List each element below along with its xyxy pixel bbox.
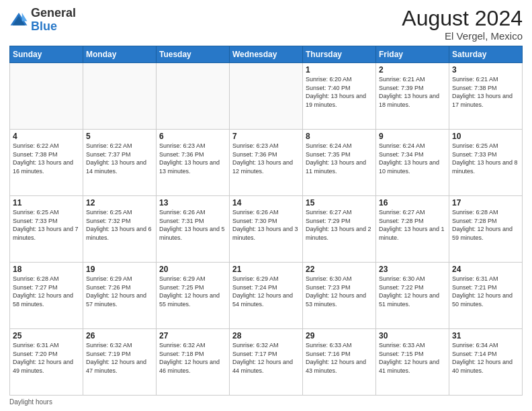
calendar-cell: 26Sunrise: 6:32 AM Sunset: 7:19 PM Dayli… [83, 329, 157, 396]
day-info: Sunrise: 6:23 AM Sunset: 7:36 PM Dayligh… [159, 142, 226, 175]
day-number: 16 [379, 198, 446, 208]
day-of-week-header: Monday [83, 46, 157, 63]
day-info: Sunrise: 6:21 AM Sunset: 7:39 PM Dayligh… [379, 75, 446, 109]
day-number: 10 [452, 132, 519, 141]
day-number: 27 [159, 331, 226, 340]
location: El Vergel, Mexico [402, 30, 523, 42]
day-info: Sunrise: 6:25 AM Sunset: 7:32 PM Dayligh… [86, 208, 153, 242]
calendar-cell: 12Sunrise: 6:25 AM Sunset: 7:32 PM Dayli… [83, 196, 157, 263]
day-number: 25 [13, 331, 80, 340]
day-number: 31 [452, 331, 519, 340]
day-of-week-header: Tuesday [157, 46, 230, 63]
page: General Blue August 2024 El Vergel, Mexi… [0, 0, 532, 411]
day-info: Sunrise: 6:26 AM Sunset: 7:31 PM Dayligh… [159, 208, 226, 242]
calendar-week-row: 18Sunrise: 6:28 AM Sunset: 7:27 PM Dayli… [10, 263, 523, 329]
day-number: 6 [159, 132, 226, 141]
day-number: 19 [86, 265, 153, 274]
calendar-cell: 31Sunrise: 6:34 AM Sunset: 7:14 PM Dayli… [449, 329, 523, 396]
calendar-cell: 4Sunrise: 6:22 AM Sunset: 7:38 PM Daylig… [10, 130, 83, 196]
day-info: Sunrise: 6:20 AM Sunset: 7:40 PM Dayligh… [306, 75, 373, 109]
day-info: Sunrise: 6:24 AM Sunset: 7:34 PM Dayligh… [379, 142, 446, 175]
day-of-week-header: Thursday [303, 46, 376, 63]
calendar-cell: 18Sunrise: 6:28 AM Sunset: 7:27 PM Dayli… [10, 263, 83, 329]
day-info: Sunrise: 6:27 AM Sunset: 7:28 PM Dayligh… [379, 208, 446, 242]
day-info: Sunrise: 6:21 AM Sunset: 7:38 PM Dayligh… [452, 75, 519, 109]
day-info: Sunrise: 6:31 AM Sunset: 7:20 PM Dayligh… [13, 341, 80, 375]
calendar-week-row: 1Sunrise: 6:20 AM Sunset: 7:40 PM Daylig… [10, 63, 523, 130]
day-info: Sunrise: 6:32 AM Sunset: 7:19 PM Dayligh… [86, 341, 153, 375]
day-number: 24 [452, 265, 519, 274]
day-number: 3 [452, 65, 519, 75]
day-info: Sunrise: 6:25 AM Sunset: 7:33 PM Dayligh… [13, 208, 80, 242]
day-info: Sunrise: 6:31 AM Sunset: 7:21 PM Dayligh… [452, 275, 519, 308]
day-of-week-header: Friday [376, 46, 449, 63]
day-info: Sunrise: 6:32 AM Sunset: 7:17 PM Dayligh… [232, 341, 300, 375]
svg-marker-2 [22, 13, 28, 21]
calendar-cell: 28Sunrise: 6:32 AM Sunset: 7:17 PM Dayli… [230, 329, 303, 396]
calendar-cell: 27Sunrise: 6:32 AM Sunset: 7:18 PM Dayli… [157, 329, 230, 396]
calendar-cell: 5Sunrise: 6:22 AM Sunset: 7:37 PM Daylig… [83, 130, 157, 196]
day-info: Sunrise: 6:23 AM Sunset: 7:36 PM Dayligh… [232, 142, 300, 175]
day-number: 7 [232, 132, 300, 141]
calendar-cell [83, 63, 157, 130]
calendar-cell: 7Sunrise: 6:23 AM Sunset: 7:36 PM Daylig… [230, 130, 303, 196]
day-info: Sunrise: 6:25 AM Sunset: 7:33 PM Dayligh… [452, 142, 519, 175]
logo-blue: Blue [31, 19, 57, 33]
logo-icon [9, 11, 28, 30]
day-number: 26 [86, 331, 153, 340]
day-info: Sunrise: 6:29 AM Sunset: 7:24 PM Dayligh… [232, 275, 300, 308]
day-number: 5 [86, 132, 153, 141]
day-number: 15 [306, 198, 373, 208]
calendar-cell: 10Sunrise: 6:25 AM Sunset: 7:33 PM Dayli… [449, 130, 523, 196]
logo: General Blue [9, 7, 76, 34]
calendar-cell: 19Sunrise: 6:29 AM Sunset: 7:26 PM Dayli… [83, 263, 157, 329]
calendar-cell: 8Sunrise: 6:24 AM Sunset: 7:35 PM Daylig… [303, 130, 376, 196]
calendar-cell: 24Sunrise: 6:31 AM Sunset: 7:21 PM Dayli… [449, 263, 523, 329]
month-year: August 2024 [402, 7, 523, 30]
day-info: Sunrise: 6:28 AM Sunset: 7:28 PM Dayligh… [452, 208, 519, 242]
calendar-cell [157, 63, 230, 130]
day-number: 11 [13, 198, 80, 208]
day-info: Sunrise: 6:22 AM Sunset: 7:37 PM Dayligh… [86, 142, 153, 175]
day-number: 13 [159, 198, 226, 208]
calendar-week-row: 25Sunrise: 6:31 AM Sunset: 7:20 PM Dayli… [10, 329, 523, 396]
day-info: Sunrise: 6:30 AM Sunset: 7:22 PM Dayligh… [379, 275, 446, 308]
logo-text: General Blue [31, 7, 76, 34]
calendar-cell [10, 63, 83, 130]
day-of-week-header: Saturday [449, 46, 523, 63]
calendar-cell: 17Sunrise: 6:28 AM Sunset: 7:28 PM Dayli… [449, 196, 523, 263]
calendar-week-row: 11Sunrise: 6:25 AM Sunset: 7:33 PM Dayli… [10, 196, 523, 263]
day-info: Sunrise: 6:28 AM Sunset: 7:27 PM Dayligh… [13, 275, 80, 308]
calendar-cell: 22Sunrise: 6:30 AM Sunset: 7:23 PM Dayli… [303, 263, 376, 329]
day-number: 2 [379, 65, 446, 75]
day-number: 22 [306, 265, 373, 274]
day-number: 21 [232, 265, 300, 274]
day-number: 20 [159, 265, 226, 274]
footer-note: Daylight hours [9, 398, 523, 406]
day-info: Sunrise: 6:29 AM Sunset: 7:25 PM Dayligh… [159, 275, 226, 308]
calendar-cell: 9Sunrise: 6:24 AM Sunset: 7:34 PM Daylig… [376, 130, 449, 196]
day-of-week-header: Sunday [10, 46, 83, 63]
calendar-cell: 29Sunrise: 6:33 AM Sunset: 7:16 PM Dayli… [303, 329, 376, 396]
day-of-week-header: Wednesday [230, 46, 303, 63]
calendar-cell: 1Sunrise: 6:20 AM Sunset: 7:40 PM Daylig… [303, 63, 376, 130]
calendar-cell: 25Sunrise: 6:31 AM Sunset: 7:20 PM Dayli… [10, 329, 83, 396]
calendar-cell: 11Sunrise: 6:25 AM Sunset: 7:33 PM Dayli… [10, 196, 83, 263]
calendar-cell: 23Sunrise: 6:30 AM Sunset: 7:22 PM Dayli… [376, 263, 449, 329]
day-number: 1 [306, 65, 373, 75]
calendar-cell: 14Sunrise: 6:26 AM Sunset: 7:30 PM Dayli… [230, 196, 303, 263]
days-of-week-row: SundayMondayTuesdayWednesdayThursdayFrid… [10, 46, 523, 63]
calendar-cell [230, 63, 303, 130]
calendar-body: 1Sunrise: 6:20 AM Sunset: 7:40 PM Daylig… [10, 63, 523, 396]
calendar-cell: 15Sunrise: 6:27 AM Sunset: 7:29 PM Dayli… [303, 196, 376, 263]
calendar-cell: 30Sunrise: 6:33 AM Sunset: 7:15 PM Dayli… [376, 329, 449, 396]
calendar-week-row: 4Sunrise: 6:22 AM Sunset: 7:38 PM Daylig… [10, 130, 523, 196]
day-info: Sunrise: 6:33 AM Sunset: 7:16 PM Dayligh… [306, 341, 373, 375]
logo-general: General [31, 6, 76, 19]
day-info: Sunrise: 6:32 AM Sunset: 7:18 PM Dayligh… [159, 341, 226, 375]
day-number: 18 [13, 265, 80, 274]
calendar-cell: 20Sunrise: 6:29 AM Sunset: 7:25 PM Dayli… [157, 263, 230, 329]
day-info: Sunrise: 6:30 AM Sunset: 7:23 PM Dayligh… [306, 275, 373, 308]
calendar-cell: 16Sunrise: 6:27 AM Sunset: 7:28 PM Dayli… [376, 196, 449, 263]
day-info: Sunrise: 6:22 AM Sunset: 7:38 PM Dayligh… [13, 142, 80, 175]
